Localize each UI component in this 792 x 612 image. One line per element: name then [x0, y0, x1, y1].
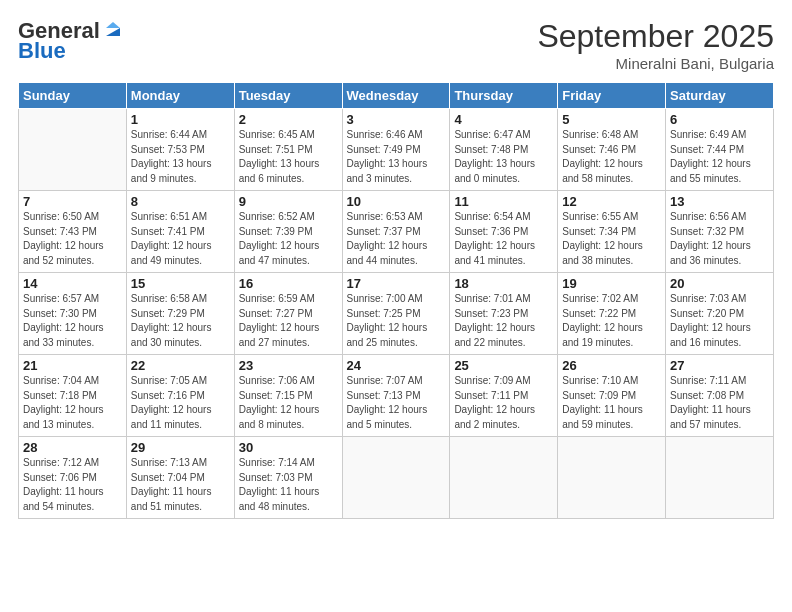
- day-number: 25: [454, 358, 553, 373]
- title-area: September 2025 Mineralni Bani, Bulgaria: [537, 18, 774, 72]
- day-number: 12: [562, 194, 661, 209]
- calendar-cell: [558, 437, 666, 519]
- calendar-cell: 2Sunrise: 6:45 AM Sunset: 7:51 PM Daylig…: [234, 109, 342, 191]
- day-header-tuesday: Tuesday: [234, 83, 342, 109]
- calendar-cell: 9Sunrise: 6:52 AM Sunset: 7:39 PM Daylig…: [234, 191, 342, 273]
- day-info: Sunrise: 7:13 AM Sunset: 7:04 PM Dayligh…: [131, 456, 230, 514]
- day-info: Sunrise: 6:46 AM Sunset: 7:49 PM Dayligh…: [347, 128, 446, 186]
- day-number: 5: [562, 112, 661, 127]
- day-number: 16: [239, 276, 338, 291]
- day-number: 15: [131, 276, 230, 291]
- day-info: Sunrise: 6:47 AM Sunset: 7:48 PM Dayligh…: [454, 128, 553, 186]
- logo: General Blue: [18, 18, 124, 64]
- calendar-cell: 16Sunrise: 6:59 AM Sunset: 7:27 PM Dayli…: [234, 273, 342, 355]
- day-info: Sunrise: 6:52 AM Sunset: 7:39 PM Dayligh…: [239, 210, 338, 268]
- calendar-body: 1Sunrise: 6:44 AM Sunset: 7:53 PM Daylig…: [19, 109, 774, 519]
- week-row-5: 28Sunrise: 7:12 AM Sunset: 7:06 PM Dayli…: [19, 437, 774, 519]
- day-header-monday: Monday: [126, 83, 234, 109]
- month-title: September 2025: [537, 18, 774, 55]
- day-number: 18: [454, 276, 553, 291]
- calendar-cell: 23Sunrise: 7:06 AM Sunset: 7:15 PM Dayli…: [234, 355, 342, 437]
- calendar-cell: 22Sunrise: 7:05 AM Sunset: 7:16 PM Dayli…: [126, 355, 234, 437]
- svg-marker-1: [106, 22, 120, 28]
- calendar-cell: 25Sunrise: 7:09 AM Sunset: 7:11 PM Dayli…: [450, 355, 558, 437]
- calendar-cell: 26Sunrise: 7:10 AM Sunset: 7:09 PM Dayli…: [558, 355, 666, 437]
- calendar-cell: [19, 109, 127, 191]
- day-number: 8: [131, 194, 230, 209]
- subtitle: Mineralni Bani, Bulgaria: [537, 55, 774, 72]
- calendar-cell: 20Sunrise: 7:03 AM Sunset: 7:20 PM Dayli…: [666, 273, 774, 355]
- day-header-thursday: Thursday: [450, 83, 558, 109]
- calendar-cell: 12Sunrise: 6:55 AM Sunset: 7:34 PM Dayli…: [558, 191, 666, 273]
- calendar-cell: 4Sunrise: 6:47 AM Sunset: 7:48 PM Daylig…: [450, 109, 558, 191]
- week-row-1: 1Sunrise: 6:44 AM Sunset: 7:53 PM Daylig…: [19, 109, 774, 191]
- day-info: Sunrise: 7:10 AM Sunset: 7:09 PM Dayligh…: [562, 374, 661, 432]
- day-number: 24: [347, 358, 446, 373]
- week-row-3: 14Sunrise: 6:57 AM Sunset: 7:30 PM Dayli…: [19, 273, 774, 355]
- day-number: 19: [562, 276, 661, 291]
- day-info: Sunrise: 6:53 AM Sunset: 7:37 PM Dayligh…: [347, 210, 446, 268]
- day-number: 9: [239, 194, 338, 209]
- calendar-cell: [450, 437, 558, 519]
- day-info: Sunrise: 6:50 AM Sunset: 7:43 PM Dayligh…: [23, 210, 122, 268]
- day-info: Sunrise: 6:48 AM Sunset: 7:46 PM Dayligh…: [562, 128, 661, 186]
- day-number: 2: [239, 112, 338, 127]
- day-header-saturday: Saturday: [666, 83, 774, 109]
- day-number: 11: [454, 194, 553, 209]
- day-number: 27: [670, 358, 769, 373]
- day-info: Sunrise: 7:12 AM Sunset: 7:06 PM Dayligh…: [23, 456, 122, 514]
- day-info: Sunrise: 6:58 AM Sunset: 7:29 PM Dayligh…: [131, 292, 230, 350]
- week-row-2: 7Sunrise: 6:50 AM Sunset: 7:43 PM Daylig…: [19, 191, 774, 273]
- calendar-cell: 30Sunrise: 7:14 AM Sunset: 7:03 PM Dayli…: [234, 437, 342, 519]
- day-number: 21: [23, 358, 122, 373]
- day-info: Sunrise: 7:11 AM Sunset: 7:08 PM Dayligh…: [670, 374, 769, 432]
- day-header-sunday: Sunday: [19, 83, 127, 109]
- day-number: 14: [23, 276, 122, 291]
- calendar-cell: 5Sunrise: 6:48 AM Sunset: 7:46 PM Daylig…: [558, 109, 666, 191]
- day-info: Sunrise: 7:07 AM Sunset: 7:13 PM Dayligh…: [347, 374, 446, 432]
- day-number: 26: [562, 358, 661, 373]
- day-info: Sunrise: 6:44 AM Sunset: 7:53 PM Dayligh…: [131, 128, 230, 186]
- day-info: Sunrise: 7:05 AM Sunset: 7:16 PM Dayligh…: [131, 374, 230, 432]
- calendar-cell: 13Sunrise: 6:56 AM Sunset: 7:32 PM Dayli…: [666, 191, 774, 273]
- logo-blue: Blue: [18, 38, 66, 64]
- day-number: 17: [347, 276, 446, 291]
- day-info: Sunrise: 6:51 AM Sunset: 7:41 PM Dayligh…: [131, 210, 230, 268]
- day-number: 28: [23, 440, 122, 455]
- day-info: Sunrise: 7:03 AM Sunset: 7:20 PM Dayligh…: [670, 292, 769, 350]
- day-number: 22: [131, 358, 230, 373]
- page: General Blue September 2025 Mineralni Ba…: [0, 0, 792, 612]
- day-number: 13: [670, 194, 769, 209]
- calendar: SundayMondayTuesdayWednesdayThursdayFrid…: [18, 82, 774, 519]
- calendar-cell: 7Sunrise: 6:50 AM Sunset: 7:43 PM Daylig…: [19, 191, 127, 273]
- calendar-cell: [342, 437, 450, 519]
- day-info: Sunrise: 7:02 AM Sunset: 7:22 PM Dayligh…: [562, 292, 661, 350]
- calendar-cell: 28Sunrise: 7:12 AM Sunset: 7:06 PM Dayli…: [19, 437, 127, 519]
- calendar-cell: 1Sunrise: 6:44 AM Sunset: 7:53 PM Daylig…: [126, 109, 234, 191]
- day-number: 7: [23, 194, 122, 209]
- day-number: 10: [347, 194, 446, 209]
- day-header-wednesday: Wednesday: [342, 83, 450, 109]
- calendar-cell: 29Sunrise: 7:13 AM Sunset: 7:04 PM Dayli…: [126, 437, 234, 519]
- calendar-cell: 21Sunrise: 7:04 AM Sunset: 7:18 PM Dayli…: [19, 355, 127, 437]
- calendar-cell: 8Sunrise: 6:51 AM Sunset: 7:41 PM Daylig…: [126, 191, 234, 273]
- header: General Blue September 2025 Mineralni Ba…: [18, 18, 774, 72]
- day-info: Sunrise: 6:59 AM Sunset: 7:27 PM Dayligh…: [239, 292, 338, 350]
- day-number: 23: [239, 358, 338, 373]
- logo-icon: [102, 18, 124, 40]
- calendar-cell: 3Sunrise: 6:46 AM Sunset: 7:49 PM Daylig…: [342, 109, 450, 191]
- day-info: Sunrise: 7:09 AM Sunset: 7:11 PM Dayligh…: [454, 374, 553, 432]
- calendar-header-row: SundayMondayTuesdayWednesdayThursdayFrid…: [19, 83, 774, 109]
- day-number: 3: [347, 112, 446, 127]
- day-number: 30: [239, 440, 338, 455]
- day-info: Sunrise: 6:54 AM Sunset: 7:36 PM Dayligh…: [454, 210, 553, 268]
- day-header-friday: Friday: [558, 83, 666, 109]
- calendar-cell: 17Sunrise: 7:00 AM Sunset: 7:25 PM Dayli…: [342, 273, 450, 355]
- day-info: Sunrise: 7:04 AM Sunset: 7:18 PM Dayligh…: [23, 374, 122, 432]
- calendar-cell: 6Sunrise: 6:49 AM Sunset: 7:44 PM Daylig…: [666, 109, 774, 191]
- calendar-cell: 15Sunrise: 6:58 AM Sunset: 7:29 PM Dayli…: [126, 273, 234, 355]
- calendar-cell: 24Sunrise: 7:07 AM Sunset: 7:13 PM Dayli…: [342, 355, 450, 437]
- day-number: 1: [131, 112, 230, 127]
- calendar-cell: [666, 437, 774, 519]
- calendar-cell: 18Sunrise: 7:01 AM Sunset: 7:23 PM Dayli…: [450, 273, 558, 355]
